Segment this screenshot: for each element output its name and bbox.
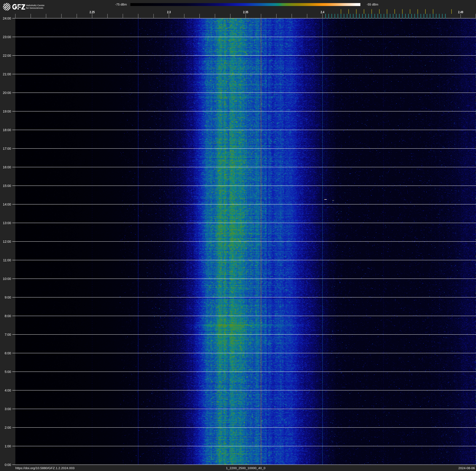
footer: https://doi.org/10.5880/GFZ.1.2.2024.003… <box>0 465 476 471</box>
ble-channel-tick <box>384 14 384 18</box>
frequency-tick <box>322 14 323 18</box>
gfz-wordmark <box>12 4 25 10</box>
hour-label: 8:00 <box>0 314 11 318</box>
hour-label: 12:00 <box>0 240 11 243</box>
hour-label: 4:00 <box>0 389 11 392</box>
frequency-tick <box>230 14 230 18</box>
hour-label: 16:00 <box>0 165 11 169</box>
ble-channel-tick <box>368 14 369 18</box>
frequency-tick <box>123 14 123 18</box>
hour-gridline <box>12 446 476 446</box>
hour-label: 13:00 <box>0 221 11 225</box>
hour-label: 9:00 <box>0 296 11 299</box>
ble-channel-tick <box>442 14 442 18</box>
hour-label: 21:00 <box>0 72 11 76</box>
hour-label: 15:00 <box>0 184 11 188</box>
hour-gridline <box>12 92 476 93</box>
ble-channel-tick <box>414 14 415 18</box>
hour-gridline <box>12 297 476 297</box>
frequency-tick <box>153 14 154 18</box>
colorbar-min-label: -75 dBm <box>96 3 127 6</box>
gfz-globe-icon <box>0 0 14 14</box>
ble-channel-tick <box>350 14 350 18</box>
ble-channel-tick <box>408 14 409 18</box>
wifi-channel-tick <box>364 9 364 14</box>
ble-channel-tick <box>405 14 406 18</box>
ble-channel-tick <box>362 14 363 18</box>
hour-gridline <box>12 148 476 149</box>
ble-channel-tick <box>335 14 335 18</box>
ble-channel-tick <box>424 14 424 18</box>
frequency-tick <box>292 14 292 18</box>
ble-channel-tick <box>399 14 400 18</box>
wifi-channel-tick <box>372 9 372 14</box>
hour-label: 20:00 <box>0 91 11 95</box>
hour-label: 19:00 <box>0 109 11 113</box>
ble-channel-tick <box>445 14 446 18</box>
spectrogram-heatmap <box>15 18 476 465</box>
wifi-channel-tick <box>402 9 403 14</box>
ble-channel-tick <box>387 14 387 18</box>
frequency-tick <box>246 14 246 18</box>
ble-channel-tick <box>372 14 372 18</box>
hour-gridline <box>12 130 476 130</box>
ble-channel-tick <box>427 14 427 18</box>
ble-channel-tick <box>378 14 378 18</box>
colorbar <box>130 3 360 6</box>
hour-label: 3:00 <box>0 407 11 411</box>
ble-channel-tick <box>344 14 344 18</box>
ble-channel-tick <box>411 14 412 18</box>
frequency-tick <box>77 14 77 18</box>
hour-label: 1:00 <box>0 444 11 448</box>
ble-channel-tick <box>359 14 360 18</box>
ble-channel-tick <box>421 14 421 18</box>
frequency-label: 2.25 <box>85 10 100 14</box>
wifi-channel-tick <box>356 9 357 14</box>
hour-gridline <box>12 427 476 428</box>
frequency-tick <box>460 14 461 18</box>
wifi-channel-tick <box>425 9 426 14</box>
frequency-tick <box>92 14 92 18</box>
ble-channel-tick <box>332 14 332 18</box>
hour-gridline <box>12 334 476 335</box>
hour-gridline <box>12 55 476 56</box>
frequency-tick <box>200 14 200 18</box>
hour-label: 24:00 <box>0 17 11 20</box>
ble-channel-tick <box>365 14 366 18</box>
ble-channel-tick <box>338 14 338 18</box>
wifi-channel-tick <box>433 9 433 14</box>
hour-gridline <box>12 279 476 279</box>
frequency-tick <box>307 14 307 18</box>
hour-gridline <box>12 409 476 409</box>
footer-doi: https://doi.org/10.5880/GFZ.1.2.2024.003 <box>15 466 74 470</box>
wifi-channel-tick <box>348 9 349 14</box>
hour-label: 6:00 <box>0 351 11 355</box>
frequency-label: 2.4 <box>315 10 330 14</box>
ble-channel-tick <box>430 14 430 18</box>
ble-channel-tick <box>325 14 326 18</box>
wifi-channel-tick <box>387 9 387 14</box>
frequency-label: 2.35 <box>238 10 253 14</box>
frequency-tick <box>169 14 169 18</box>
ble-channel-tick <box>390 14 390 18</box>
hour-label: 17:00 <box>0 147 11 150</box>
ble-channel-tick <box>374 14 375 18</box>
frequency-tick <box>276 14 276 18</box>
hour-label: 2:00 <box>0 426 11 430</box>
hour-label: 7:00 <box>0 333 11 337</box>
rf-spectrogram-page: { "header": { "logo": { "acronym": "GFZ"… <box>0 0 476 471</box>
org-name-line2: for Geosciences <box>26 7 45 9</box>
hour-gridline <box>12 316 476 316</box>
frequency-tick <box>261 14 261 18</box>
hour-gridline <box>12 390 476 390</box>
ble-channel-tick <box>356 14 357 18</box>
frequency-tick <box>215 14 215 18</box>
footer-date: 2024-08-06 <box>458 466 475 470</box>
ble-channel-tick <box>381 14 381 18</box>
hour-gridline <box>12 167 476 167</box>
org-name: Helmholtz Centre for Geosciences <box>26 4 45 9</box>
hour-gridline <box>12 372 476 372</box>
hour-label: 11:00 <box>0 258 11 262</box>
frequency-tick <box>184 14 184 18</box>
ble-channel-tick <box>347 14 347 18</box>
